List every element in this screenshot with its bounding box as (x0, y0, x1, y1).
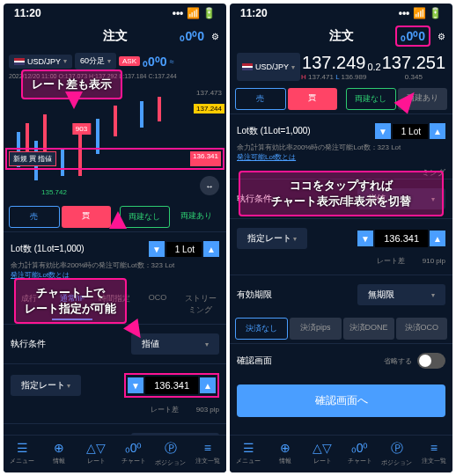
status-indicators: ••• 📶 🔋 (399, 7, 442, 19)
buy-tab[interactable]: 買 (288, 88, 337, 110)
lot-section: Lot数 (1Lot=1,000) ▼ 1 Lot ▲ 余力計算有効比率200%… (230, 114, 452, 167)
ask-price[interactable]: 137.251 0.345 (382, 53, 445, 81)
exec-label: 執行条件 (11, 338, 46, 350)
rate-minus-button[interactable]: ▼ (357, 231, 373, 246)
rate-minus-button[interactable]: ▼ (128, 377, 143, 393)
nav-chart[interactable]: ₀0⁰チャート (342, 441, 379, 467)
callout-chart-rate: チャート上で レート指定が可能 (14, 278, 127, 324)
expiry-select[interactable]: 無期限 ▾ (357, 284, 445, 305)
confirm-button[interactable]: 確認画面へ (237, 384, 445, 417)
nav-info[interactable]: ⊕情報 (267, 441, 304, 467)
confirm-label: 確認画面 (237, 355, 272, 367)
nav-menu[interactable]: ☰メニュー (230, 441, 267, 467)
pair-selector[interactable]: USD/JPY ▾ (9, 55, 72, 69)
lot-label: Lot数 (1Lot=1,000) (237, 125, 311, 137)
flag-icon (14, 58, 25, 65)
skip-toggle[interactable] (417, 353, 445, 369)
nav-chart[interactable]: ₀0⁰チャート (115, 441, 152, 467)
lot-section: Lot数 (1Lot=1,000) ▼ 1 Lot ▲ 余力計算有効比率200%… (4, 231, 226, 285)
rate-diff-value: 903 pip (196, 406, 219, 414)
gear-icon[interactable]: ⚙ (211, 32, 219, 41)
chart-toggle-icon[interactable]: ₀0⁰0 (395, 26, 430, 47)
settle-oco[interactable]: 決済OCO (396, 318, 447, 340)
both-none-tab[interactable]: 両建なし (346, 88, 397, 110)
lot-plus-button[interactable]: ▲ (203, 241, 219, 257)
settle-done[interactable]: 決済DONE (343, 318, 394, 340)
chart-drag-icon[interactable]: ↔ (200, 176, 219, 195)
settle-tabs: 決済なし 決済pips 決済DONE 決済OCO (230, 314, 452, 343)
header: 注文 ₀0⁰0 ⚙ (230, 23, 452, 49)
order-marker[interactable]: 新規 買 指値 (9, 151, 56, 166)
lot-minus-button[interactable]: ▼ (149, 241, 165, 257)
spread-value: 0.2 (367, 62, 380, 72)
status-indicators: ••• 📶 🔋 (173, 7, 216, 19)
lot-capacity: 余力計算有効比率200%時の発注可能Lot数：323 Lot (237, 143, 445, 152)
rate-type-select[interactable]: 指定レート ▾ (237, 228, 307, 249)
chart-toggle-icon[interactable]: ₀0⁰0 (180, 29, 204, 43)
status-bar: 11:20 ••• 📶 🔋 (230, 4, 452, 23)
buy-tab[interactable]: 買 (62, 206, 111, 228)
arrow-icon (65, 92, 83, 109)
lot-help-link[interactable]: 発注可能Lot数とは (237, 152, 445, 162)
flag-icon (242, 63, 253, 70)
page-title: 注文 (329, 28, 354, 44)
chevron-down-icon: ▾ (205, 341, 209, 348)
pair-selector[interactable]: USD/JPY ▾ (237, 53, 300, 81)
both-none-tab[interactable]: 両建なし (120, 206, 171, 228)
sell-tab[interactable]: 売 (9, 206, 60, 228)
rate-diff-label: レート差 (151, 405, 179, 414)
ask-badge[interactable]: ASK (119, 56, 140, 66)
callout-toggle: ココをタップすれば チャート表示/非表示を切替 (239, 171, 444, 216)
settle-pips[interactable]: 決済pips (290, 318, 341, 340)
exec-select[interactable]: 指値 ▾ (131, 333, 219, 355)
rate-control: ▼ 136.341 ▲ (124, 373, 219, 398)
lot-control: ▼ 1 Lot ▲ (149, 241, 219, 257)
price-panel: USD/JPY ▾ 137.249 H 137.471 L 136.989 0.… (230, 49, 452, 84)
header: 注文 ₀0⁰0 ⚙ (4, 23, 226, 49)
nav-rate[interactable]: △▽レート (77, 441, 114, 467)
indicator-icon[interactable]: ₀0⁰0 (143, 55, 167, 69)
tab-oco[interactable]: OCO (137, 289, 179, 320)
status-time: 11:20 (240, 7, 268, 19)
nav-orders[interactable]: ≡注文一覧 (416, 441, 452, 467)
tab-streaming[interactable]: ストリーミング (180, 289, 221, 320)
bid-price[interactable]: 137.249 H 137.471 L 136.989 (301, 53, 366, 81)
timeframe-selector[interactable]: 60分足 ▾ (75, 53, 116, 70)
phone-left: 11:20 ••• 📶 🔋 注文 ₀0⁰0 ⚙ USD/JPY ▾ 60分足 ▾… (4, 4, 226, 472)
expiry-label: 有効期限 (237, 289, 272, 301)
nav-orders[interactable]: ≡注文一覧 (189, 441, 226, 467)
lot-value[interactable]: 1 Lot (166, 242, 202, 257)
rate-value[interactable]: 136.341 (145, 377, 198, 394)
nav-position[interactable]: Ⓟポジション (379, 441, 416, 467)
lot-value[interactable]: 1 Lot (393, 124, 428, 139)
both-yes-tab[interactable]: 両建あり (172, 206, 221, 228)
nav-info[interactable]: ⊕情報 (40, 441, 77, 467)
status-time: 11:20 (14, 7, 41, 19)
bottom-nav: ☰メニュー ⊕情報 △▽レート ₀0⁰チャート Ⓟポジション ≡注文一覧 (4, 435, 226, 472)
rate-plus-button[interactable]: ▲ (430, 231, 445, 246)
chevron-down-icon: ▾ (63, 57, 67, 65)
gear-icon[interactable]: ⚙ (438, 32, 445, 41)
lot-label: Lot数 (1Lot=1,000) (11, 243, 85, 255)
settle-none[interactable]: 決済なし (235, 318, 288, 340)
rate-value[interactable]: 136.341 (375, 230, 428, 247)
bottom-nav: ☰メニュー ⊕情報 △▽レート ₀0⁰チャート Ⓟポジション ≡注文一覧 (230, 435, 452, 472)
page-title: 注文 (103, 28, 128, 44)
sell-tab[interactable]: 売 (235, 88, 286, 110)
status-bar: 11:20 ••• 📶 🔋 (4, 4, 226, 23)
nav-position[interactable]: Ⓟポジション (152, 441, 189, 467)
nav-menu[interactable]: ☰メニュー (4, 441, 40, 467)
rate-control: ▼ 136.341 ▲ (357, 230, 445, 247)
pips-badge: 903 (72, 123, 91, 135)
lot-plus-button[interactable]: ▲ (430, 123, 445, 139)
nav-rate[interactable]: △▽レート (304, 441, 341, 467)
rate-type-select[interactable]: 指定レート ▾ (11, 375, 81, 396)
rate-plus-button[interactable]: ▲ (200, 377, 216, 393)
lot-capacity: 余力計算有効比率200%時の発注可能Lot数：323 Lot (11, 260, 219, 270)
lot-minus-button[interactable]: ▼ (375, 123, 391, 139)
arrow-icon (109, 211, 127, 229)
phone-right: 11:20 ••• 📶 🔋 注文 ₀0⁰0 ⚙ USD/JPY ▾ 137.24… (230, 4, 452, 472)
trend-icon[interactable]: ≈ (170, 57, 174, 66)
